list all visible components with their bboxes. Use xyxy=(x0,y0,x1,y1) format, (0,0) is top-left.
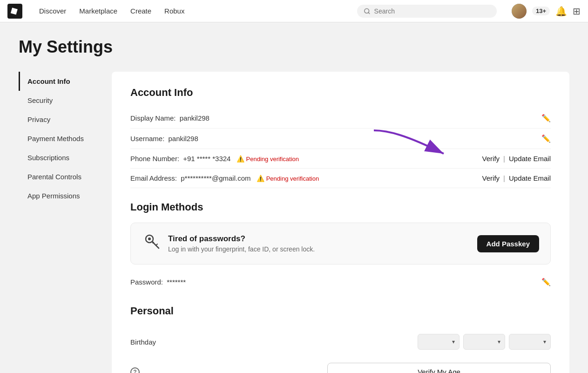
personal-section-title: Personal xyxy=(130,305,551,317)
page-container: My Settings Account Info Security Privac… xyxy=(0,22,588,373)
birthday-selects xyxy=(418,334,551,350)
birthday-month-wrapper xyxy=(418,334,460,350)
sidebar-item-security[interactable]: Security xyxy=(19,91,112,110)
email-pipe-divider: | xyxy=(503,174,505,182)
account-info-section-title: Account Info xyxy=(130,87,551,99)
phone-update-link[interactable]: Update Email xyxy=(509,155,551,163)
email-verify-link[interactable]: Verify xyxy=(482,174,500,182)
email-update-link[interactable]: Update Email xyxy=(509,174,551,182)
display-name-edit-icon[interactable]: ✏️ xyxy=(541,114,551,122)
bell-icon[interactable]: 🔔 xyxy=(555,6,567,17)
help-icon[interactable]: ? xyxy=(130,367,140,373)
birthday-day-select[interactable] xyxy=(463,334,505,350)
username-label: Username: pankil298 xyxy=(130,135,541,142)
phone-pipe-divider: | xyxy=(503,155,505,163)
page-title: My Settings xyxy=(19,37,569,57)
birthday-row: Birthday xyxy=(130,326,551,357)
svg-point-4 xyxy=(148,237,151,240)
passkey-card: Tired of passwords? Log in with your fin… xyxy=(130,223,551,264)
sidebar-item-parental-controls[interactable]: Parental Controls xyxy=(19,167,112,186)
email-warning-icon: ⚠️ xyxy=(257,175,264,182)
birthday-month-select[interactable] xyxy=(418,334,460,350)
passkey-subtitle: Log in with your fingerprint, face ID, o… xyxy=(168,245,470,253)
phone-warning-icon: ⚠️ xyxy=(237,155,244,163)
settings-layout: Account Info Security Privacy Payment Me… xyxy=(19,72,569,373)
phone-row: Phone Number: +91 ***** *3324 ⚠️ Pending… xyxy=(130,149,551,169)
login-methods-section: Login Methods Tired of passwords? xyxy=(130,201,551,292)
password-edit-icon[interactable]: ✏️ xyxy=(541,278,551,286)
sidebar-item-app-permissions[interactable]: App Permissions xyxy=(19,186,112,205)
phone-verify-link[interactable]: Verify xyxy=(482,155,500,163)
nav-marketplace[interactable]: Marketplace xyxy=(74,4,123,18)
svg-line-6 xyxy=(156,244,157,245)
search-icon xyxy=(364,7,371,15)
username-edit-icon[interactable]: ✏️ xyxy=(541,134,551,143)
sidebar: Account Info Security Privacy Payment Me… xyxy=(19,72,112,205)
verify-age-row: ? Verify My Age xyxy=(130,357,551,373)
email-label: Email Address: p**********@gmail.com ⚠️ … xyxy=(130,174,482,182)
phone-label: Phone Number: +91 ***** *3324 ⚠️ Pending… xyxy=(130,155,482,163)
svg-line-1 xyxy=(368,12,370,14)
svg-point-7 xyxy=(152,242,154,244)
search-bar[interactable] xyxy=(357,5,497,18)
birthday-day-wrapper xyxy=(463,334,505,350)
birthday-label: Birthday xyxy=(130,338,418,346)
personal-section: Personal Birthday xyxy=(130,305,551,373)
main-content: Account Info Display Name: pankil298 ✏️ … xyxy=(112,72,569,373)
nav-create[interactable]: Create xyxy=(125,4,157,18)
age-badge: 13+ xyxy=(532,7,550,15)
password-label: Password: ******* xyxy=(130,278,541,286)
nav-robux[interactable]: Robux xyxy=(159,4,190,18)
password-row: Password: ******* ✏️ xyxy=(130,272,551,292)
display-name-row: Display Name: pankil298 ✏️ xyxy=(130,108,551,129)
username-row: Username: pankil298 ✏️ xyxy=(130,129,551,149)
search-input[interactable] xyxy=(374,7,490,15)
passkey-title: Tired of passwords? xyxy=(168,234,470,244)
passkey-text: Tired of passwords? Log in with your fin… xyxy=(168,234,470,253)
sidebar-item-subscriptions[interactable]: Subscriptions xyxy=(19,148,112,167)
topnav: Discover Marketplace Create Robux 13+ 🔔 … xyxy=(0,0,588,22)
sidebar-item-account-info[interactable]: Account Info xyxy=(19,72,112,91)
add-passkey-button[interactable]: Add Passkey xyxy=(477,235,539,252)
menu-icon[interactable]: ⊞ xyxy=(573,6,581,17)
display-name-label: Display Name: pankil298 xyxy=(130,114,541,122)
nav-discover[interactable]: Discover xyxy=(34,4,72,18)
sidebar-item-privacy[interactable]: Privacy xyxy=(19,110,112,129)
nav-right: 13+ 🔔 ⊞ xyxy=(512,4,581,19)
nav-links: Discover Marketplace Create Robux xyxy=(34,4,190,18)
birthday-year-select[interactable] xyxy=(509,334,551,350)
email-row: Email Address: p**********@gmail.com ⚠️ … xyxy=(130,169,551,188)
email-pending-badge: ⚠️ Pending verification xyxy=(257,175,319,182)
verify-age-button[interactable]: Verify My Age xyxy=(327,363,551,373)
phone-pending-badge: ⚠️ Pending verification xyxy=(237,155,299,163)
passkey-icon xyxy=(142,232,161,255)
birthday-year-wrapper xyxy=(509,334,551,350)
sidebar-item-payment-methods[interactable]: Payment Methods xyxy=(19,129,112,148)
phone-actions: Verify | Update Email xyxy=(482,155,551,163)
roblox-logo[interactable] xyxy=(7,4,22,19)
avatar[interactable] xyxy=(512,4,527,19)
email-actions: Verify | Update Email xyxy=(482,174,551,182)
login-methods-title: Login Methods xyxy=(130,201,551,213)
